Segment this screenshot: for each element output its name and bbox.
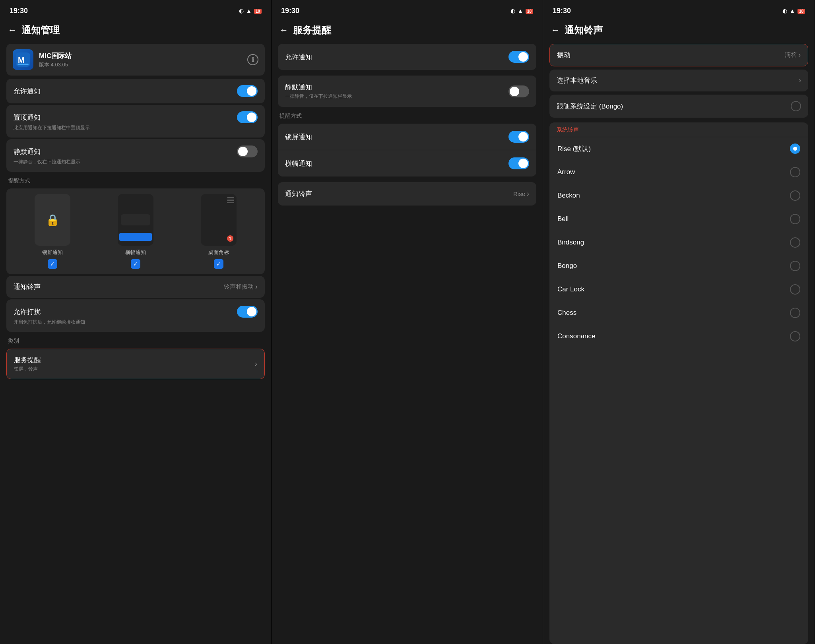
- p2-notif-sound-group: 通知铃声 Rise ›: [278, 182, 536, 206]
- ringtone-item-0[interactable]: Rise (默认): [549, 137, 808, 161]
- back-button-1[interactable]: ←: [8, 25, 17, 35]
- silent-notif-toggle[interactable]: [237, 145, 258, 157]
- ringtone-name-3: Bell: [557, 215, 569, 223]
- battery-badge-3: 10: [798, 9, 805, 14]
- reminder-desktop-icon[interactable]: 1 桌面角标 ✓: [179, 194, 258, 269]
- ringtone-item-5[interactable]: Bongo: [549, 254, 808, 278]
- service-reminder-chevron: ›: [255, 360, 257, 368]
- ringtone-name-0: Rise (默认): [557, 144, 591, 153]
- ringtone-name-5: Bongo: [557, 262, 577, 270]
- silent-notif-sub: 一律静音，仅在下拉通知栏显示: [14, 159, 80, 165]
- p2-allow-notif-toggle[interactable]: [508, 51, 529, 63]
- ringtone-item-2[interactable]: Beckon: [549, 184, 808, 208]
- sys-ringtone-header: 系统铃声: [549, 122, 808, 137]
- ringtone-item-8[interactable]: Consonance: [549, 325, 808, 348]
- desktop-icon-checkbox[interactable]: ✓: [214, 259, 223, 269]
- ringtone-item-3[interactable]: Bell: [549, 208, 808, 231]
- p2-allow-notif-row[interactable]: 允许通知: [278, 44, 536, 70]
- p2-silent-notif-left: 静默通知 一律静音，仅在下拉通知栏显示: [285, 83, 352, 100]
- signal-icon: ◐: [239, 8, 244, 14]
- allow-interrupt-toggle[interactable]: [237, 306, 258, 318]
- ringtone-radio-6[interactable]: [790, 284, 800, 295]
- svg-text:M: M: [18, 56, 25, 64]
- ringtone-item-7[interactable]: Chess: [549, 301, 808, 325]
- p2-notif-sound-value: Rise ›: [513, 190, 529, 198]
- ringtone-item-4[interactable]: Birdsong: [549, 231, 808, 254]
- allow-notif-toggle[interactable]: [237, 85, 258, 97]
- p2-silent-notif-row[interactable]: 静默通知 一律静音，仅在下拉通知栏显示: [278, 76, 536, 107]
- banner-preview: [119, 233, 152, 241]
- pin-notif-toggle[interactable]: [237, 111, 258, 123]
- ringtone-radio-1[interactable]: [790, 167, 800, 177]
- signal-icon-3: ◐: [782, 8, 787, 14]
- service-reminder-sub: 锁屏，铃声: [14, 366, 255, 372]
- p2-silent-notif-toggle[interactable]: [508, 85, 529, 97]
- p2-lock-screen-row[interactable]: 锁屏通知: [278, 124, 536, 150]
- ringtone-radio-8[interactable]: [790, 331, 800, 341]
- service-reminder-row[interactable]: 服务提醒 锁屏，铃声 ›: [6, 349, 265, 379]
- p2-banner-row[interactable]: 横幅通知: [278, 150, 536, 177]
- banner-label: 横幅通知: [125, 249, 146, 256]
- ringtone-radio-0[interactable]: [790, 144, 800, 154]
- reminder-style-section: 提醒方式: [0, 173, 271, 187]
- ringtone-item-6[interactable]: Car Lock: [549, 278, 808, 301]
- vibration-val-text: 滴答: [785, 51, 797, 59]
- silent-notif-row[interactable]: 静默通知 一律静音，仅在下拉通知栏显示: [6, 139, 265, 172]
- battery-badge-2: 10: [526, 9, 533, 14]
- ringtone-list: Rise (默认)ArrowBeckonBellBirdsongBongoCar…: [549, 137, 808, 348]
- p2-lock-screen-label: 锁屏通知: [285, 132, 312, 142]
- allow-notif-row[interactable]: 允许通知: [6, 79, 265, 103]
- battery-icon-3: 10: [798, 8, 805, 14]
- back-button-3[interactable]: ←: [551, 25, 560, 35]
- ringtone-radio-5[interactable]: [790, 261, 800, 271]
- ringtone-radio-3[interactable]: [790, 214, 800, 224]
- allow-interrupt-row[interactable]: 允许打扰 开启免打扰后，允许继续接收通知: [6, 299, 265, 332]
- ringtone-item-1[interactable]: Arrow: [549, 161, 808, 184]
- app-icon: M: [13, 49, 33, 70]
- toggle-thumb: [238, 147, 248, 156]
- status-time-3: 19:30: [553, 7, 571, 15]
- sys-ringtone-section[interactable]: 系统铃声 Rise (默认)ArrowBeckonBellBirdsongBon…: [549, 122, 808, 644]
- lockscreen-checkbox[interactable]: ✓: [48, 259, 57, 269]
- battery-icon: 10: [254, 8, 262, 14]
- notif-sound-label: 通知铃声: [14, 282, 41, 291]
- pin-notif-sub: 此应用通知在下拉通知栏中置顶显示: [14, 124, 90, 131]
- status-bar-3: 19:30 ◐ ▲ 10: [543, 0, 815, 20]
- panel-ringtone: 19:30 ◐ ▲ 10 ← 通知铃声 振动 滴答 › 选择本地音乐 › 跟随系…: [543, 0, 815, 644]
- local-music-label: 选择本地音乐: [557, 76, 597, 85]
- p2-lock-screen-toggle[interactable]: [508, 131, 529, 143]
- back-button-2[interactable]: ←: [279, 25, 288, 35]
- notif-sound-row[interactable]: 通知铃声 铃声和振动 ›: [6, 276, 265, 298]
- p2-banner-label: 横幅通知: [285, 159, 312, 168]
- allow-interrupt-header: 允许打扰: [14, 306, 258, 318]
- ringtone-radio-2[interactable]: [790, 190, 800, 201]
- status-bar-1: 19:30 ◐ ▲ 10: [0, 0, 271, 20]
- p2-banner-toggle[interactable]: [508, 157, 529, 169]
- follow-system-row[interactable]: 跟随系统设定 (Bongo): [549, 95, 808, 118]
- pin-notif-row[interactable]: 置顶通知 此应用通知在下拉通知栏中置顶显示: [6, 105, 265, 138]
- status-icons-3: ◐ ▲ 10: [782, 8, 805, 14]
- p2-silent-notif-sub: 一律静音，仅在下拉通知栏显示: [285, 93, 352, 100]
- panel1-scroll[interactable]: M MIC国际站 版本 4.03.05 ℹ 允许通知 置顶通知: [0, 42, 271, 644]
- ringtone-radio-4[interactable]: [790, 237, 800, 248]
- reminder-banner[interactable]: 横幅通知 ✓: [96, 194, 176, 269]
- desktop-phone-icon: 1: [201, 194, 237, 246]
- svg-rect-2: [17, 64, 29, 65]
- p2-notif-sound-row[interactable]: 通知铃声 Rise ›: [278, 182, 536, 206]
- status-time-1: 19:30: [10, 7, 28, 15]
- follow-system-radio[interactable]: [791, 101, 801, 111]
- pin-notif-label: 置顶通知: [14, 113, 41, 122]
- app-icon-svg: M: [16, 52, 30, 67]
- info-icon[interactable]: ℹ: [247, 54, 258, 65]
- wifi-icon-2: ▲: [518, 8, 523, 14]
- ringtone-name-6: Car Lock: [557, 285, 584, 293]
- reminder-lockscreen[interactable]: 🔒 锁屏通知 ✓: [13, 194, 93, 269]
- p2-notif-sound-val: Rise: [513, 190, 525, 197]
- p2-reminder-style-section: 提醒方式: [272, 109, 543, 122]
- ringtone-name-1: Arrow: [557, 168, 575, 176]
- ringtone-radio-7[interactable]: [790, 308, 800, 318]
- ringtone-name-7: Chess: [557, 309, 576, 317]
- local-music-row[interactable]: 选择本地音乐 ›: [549, 70, 808, 91]
- banner-checkbox[interactable]: ✓: [131, 259, 140, 269]
- vibration-row[interactable]: 振动 滴答 ›: [549, 44, 808, 66]
